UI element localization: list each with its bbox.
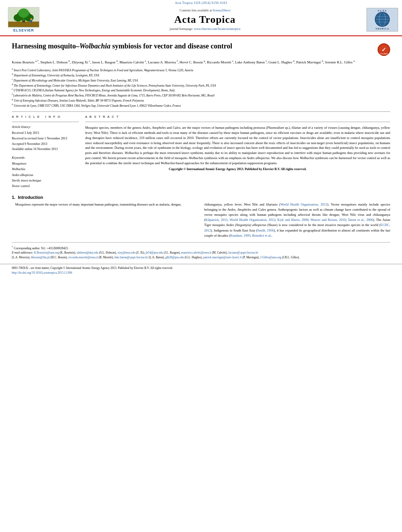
journal-header: Acta Tropica 132S (2014) S150–S163 [0,0,402,36]
keyword-wolbachia: Wolbachia [12,167,79,172]
elsevier-logo: ELSEVIER [4,7,43,32]
abstract-text: Mosquito species, members of the genera … [85,125,390,165]
received-revised-date: Received in revised form 1 November 2013 [12,136,79,141]
abstract-label: A B S T R A C T [85,115,390,119]
affiliation-e: UTAFRI-ECO, CR ENEA (Italian National Ag… [14,89,175,92]
affiliation-f: Laboratório de Malária, Centro de Pesqui… [13,94,215,97]
keyword-vector-control: Vector control [12,184,79,189]
acta-text-bottom: TROPICA [376,28,389,30]
journal-homepage: journal homepage: www.elsevier.com/locat… [51,27,359,31]
who-2012-ref[interactable]: World Health Organisation, 2012 [280,202,327,206]
journal-center: Contents lists available at ScienceDirec… [43,9,367,31]
homepage-url[interactable]: www.elsevier.com/locate/actatropica [194,27,240,31]
svg-rect-8 [31,20,32,23]
svg-point-7 [30,18,33,20]
who-2012-ref2[interactable]: World Health Organisation, 2012 [230,218,275,222]
affiliation-b: Department of Entomology, University of … [14,74,99,77]
article-content: Harnessing mosquito–Wolbachia symbiosis … [0,39,402,260]
keyword-sit: Sterile insect technique [12,178,79,184]
knudsen-ref[interactable]: Knudsen, 1995 [230,234,250,237]
email-mavingui[interactable]: patrick.mavingui@univ-lyon1.fr [203,256,242,259]
affiliation-a: Insect Pest Control Laboratory, Joint FA… [14,69,193,72]
journal-header-main: ELSEVIER Contents lists available at Sci… [0,6,402,34]
contents-line: Contents lists available at ScienceDirec… [51,9,359,12]
authors-line: Kostas Bourtzis a,*, Stephen L. Dobson b… [12,59,390,65]
journal-title: Acta Tropica [51,14,359,26]
weaver-ref[interactable]: Weaver and Reisen, 2010 [311,218,346,222]
affiliation-d: The Department of Entomology, Center for… [14,83,216,87]
affiliation-c: Department of Microbiology and Molecular… [14,78,138,82]
svg-text:CrossMark: CrossMark [380,53,388,55]
acta-globe-image [375,12,390,27]
intro-body: Mosquitoes represent the major vectors o… [12,202,390,238]
affiliation-g: Unit of Emerging Infectious Diseases, In… [14,98,144,102]
article-info-divider [12,122,79,122]
accepted-date: Accepted 9 November 2013 [12,141,79,147]
intro-title: 1. Introduction [12,195,390,200]
intro-right-col: chikungunya, yellow fever, West Nile and… [204,202,390,238]
keywords-label: Keywords: [12,156,79,159]
elsevier-tree-image [8,7,39,27]
intro-right-text: chikungunya, yellow fever, West Nile and… [204,202,390,238]
elsevier-svg [8,7,39,27]
benedict-ref[interactable]: Benedict et al., [252,234,272,237]
kyle-harris-ref[interactable]: Kyle and Harris, 2008 [277,218,308,222]
footnotes-section: * Corresponding author. Tel.: +431260002… [12,242,390,260]
footer-issn: 0001-706X/$ – see front matter, Copyrigh… [12,266,390,275]
globe-svg [375,12,390,27]
journal-ref: Acta Tropica 132S (2014) S150–S163 [175,1,227,5]
introduction-section: 1. Introduction Mosquitoes represent the… [12,195,390,238]
intro-left-text: Mosquitoes represent the major vectors o… [12,202,198,207]
corresponding-author-note: * Corresponding author. Tel.: +431260002… [12,245,390,251]
elsevier-image [8,7,39,28]
email-hughes[interactable]: glh20@psu.edu [165,256,184,259]
email-moreira[interactable]: luciano@cpqrr.fiocruz.br [228,251,258,254]
email-xi[interactable]: xizy@msu.edu [117,251,135,254]
kilpatrick-ref[interactable]: Kilpatrick, 2011 [205,218,227,222]
article-history-label: Article history: [12,125,79,129]
abstract-divider [85,122,390,122]
tatem-ref[interactable]: Tatem et al., 2006 [348,218,373,222]
received-date: Received 3 July 2013 [12,130,79,136]
email-bossin[interactable]: hbossin@ilm.pf [31,256,50,259]
acta-tropica-logo: ACTA TROPICA [367,8,398,32]
elsevier-label: ELSEVIER [13,28,34,32]
email-dobson[interactable]: sdobson@uky.edu [77,251,99,254]
svg-point-6 [18,9,29,18]
crossmark-badge: ✓ CrossMark [378,43,390,56]
abstract-col: A B S T R A C T Mosquito species, member… [85,115,390,189]
email-rasgon[interactable]: jlr54@psu.edu [145,251,163,254]
divider [12,111,390,112]
svg-text:✓: ✓ [382,47,386,53]
crossmark-svg: ✓ CrossMark [378,44,389,55]
doi-link[interactable]: http://dx.doi.org/10.1016/j.actatropica.… [12,271,72,274]
svg-rect-1 [8,22,39,27]
article-title-section: Harnessing mosquito–Wolbachia symbiosis … [12,39,390,56]
copyright-line: Copyright © International Atomic Energy … [85,167,390,171]
article-title: Harnessing mosquito–Wolbachia symbiosis … [12,42,378,51]
affiliation-h: Université de Lyon, UMR 5557 CNRS, USC I… [14,104,181,107]
intro-left-col: Mosquitoes represent the major vectors o… [12,202,198,238]
article-info-col: A R T I C L E I N F O Article history: R… [12,115,79,189]
page-footer: 0001-706X/$ – see front matter, Copyrigh… [0,264,402,275]
email-note: E-mail addresses: K.Bourtzis@iaea.org (K… [12,250,390,260]
sciencedirect-link[interactable]: ScienceDirect [213,9,231,12]
keyword-mosquitoes: Mosquitoes [12,161,79,167]
email-gilles[interactable]: J.Gilles@iaea.org [260,256,281,259]
email-calvitti[interactable]: maurizio.calvitti@enea.it [181,251,211,254]
available-date: Available online 16 November 2013 [12,146,79,152]
keyword-aedes: Aedes albopictus [12,172,79,178]
keywords-section: Keywords: Mosquitoes Wolbachia Aedes alb… [12,156,79,189]
email-baton[interactable]: luke.baton@cpqrr.fiocruz.br [114,256,148,259]
article-info-label: A R T I C L E I N F O [12,115,79,119]
article-info-abstract: A R T I C L E I N F O Article history: R… [12,115,390,189]
affiliations: a Insect Pest Control Laboratory, Joint … [12,67,390,108]
email-bourtzis[interactable]: K.Bourtzis@iaea.org [34,251,59,254]
smith-ref[interactable]: Smith, 1956 [257,228,274,232]
email-moretti[interactable]: riccardo.moretti@enea.it [69,256,98,259]
journal-ref-bar: Acta Tropica 132S (2014) S150–S163 [0,0,402,6]
